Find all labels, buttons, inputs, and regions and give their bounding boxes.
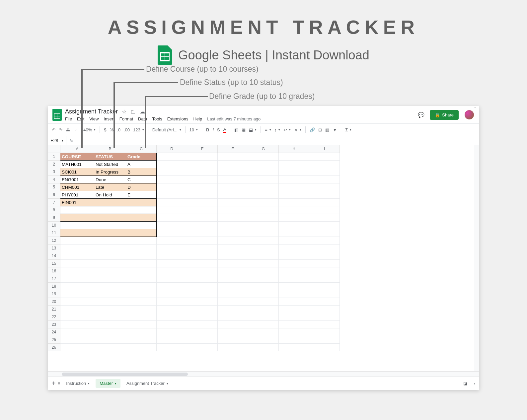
cell[interactable] [279,229,309,237]
cell[interactable] [157,153,187,161]
row-header[interactable]: 26 [48,344,60,351]
cell[interactable] [248,214,279,222]
cell[interactable] [94,199,126,206]
cell[interactable] [187,267,218,275]
cell[interactable] [218,237,248,245]
row-header[interactable]: 4 [48,176,60,183]
cell[interactable] [60,313,94,321]
cell[interactable] [279,260,309,267]
cell[interactable] [248,313,279,321]
cell[interactable] [60,214,94,222]
tab-master[interactable]: Master▾ [96,379,120,388]
cell[interactable] [309,290,340,298]
filter-icon[interactable]: ▼ [333,127,337,132]
wrap-icon[interactable]: ↩ [283,127,291,132]
cell[interactable] [126,245,157,252]
cell[interactable] [218,153,248,161]
cell[interactable] [187,252,218,260]
col-header[interactable]: A [60,145,94,153]
cell[interactable] [279,183,309,191]
menu-file[interactable]: File [65,116,72,121]
col-header[interactable]: D [157,145,187,153]
cell[interactable]: PHY001 [60,191,94,199]
menu-insert[interactable]: Insert [104,116,114,121]
cell[interactable] [126,252,157,260]
rotate-icon[interactable]: ⤭ [294,127,301,132]
menu-tools[interactable]: Tools [152,116,162,121]
cell[interactable] [187,191,218,199]
corner-cell[interactable] [48,145,60,153]
cell[interactable] [279,161,309,168]
row-header[interactable]: 15 [48,260,60,267]
cell[interactable] [94,290,126,298]
cell[interactable] [279,321,309,328]
cell[interactable] [309,321,340,328]
menu-view[interactable]: View [89,116,99,121]
cell[interactable] [309,260,340,267]
cell[interactable] [126,237,157,245]
dec-inc-icon[interactable]: .00 [124,127,130,132]
cell[interactable] [126,214,157,222]
col-header[interactable]: E [187,145,218,153]
cell[interactable] [60,245,94,252]
cell[interactable] [218,328,248,336]
cell[interactable] [279,283,309,290]
cell[interactable] [279,306,309,313]
cell[interactable] [60,328,94,336]
cell[interactable] [248,161,279,168]
cell[interactable] [248,252,279,260]
menu-help[interactable]: Help [193,116,202,121]
cell[interactable] [309,183,340,191]
cell[interactable] [94,321,126,328]
chart-icon[interactable]: ▥ [325,127,329,132]
row-header[interactable]: 6 [48,191,60,199]
cell[interactable] [248,168,279,176]
cell[interactable] [248,199,279,206]
cell[interactable] [309,153,340,161]
cell[interactable] [126,298,157,306]
cell[interactable] [126,283,157,290]
cell[interactable] [157,344,187,351]
cell[interactable]: Done [94,176,126,183]
cell[interactable] [60,222,94,229]
cell[interactable] [157,222,187,229]
cell[interactable]: In Progress [94,168,126,176]
cell[interactable] [309,328,340,336]
cell[interactable]: Grade [126,153,157,161]
cell[interactable]: FIN001 [60,199,94,206]
cell[interactable] [94,245,126,252]
font-select[interactable]: Default (Ari... [152,127,181,132]
cell[interactable] [60,283,94,290]
cell[interactable] [126,306,157,313]
cell[interactable] [60,344,94,351]
cell[interactable] [248,306,279,313]
cell[interactable]: Not Started [94,161,126,168]
cell[interactable] [279,206,309,214]
row-header[interactable]: 25 [48,336,60,344]
cell[interactable] [187,214,218,222]
textcolor-icon[interactable]: A [223,127,226,133]
cell[interactable] [157,336,187,344]
halign-icon[interactable]: ≡ [265,127,271,132]
cell[interactable] [248,283,279,290]
cell[interactable] [157,237,187,245]
currency-icon[interactable]: $ [104,127,106,132]
cell[interactable] [309,298,340,306]
row-header[interactable]: 14 [48,252,60,260]
cell[interactable] [94,313,126,321]
cell[interactable] [248,298,279,306]
cell[interactable] [187,237,218,245]
cell[interactable] [218,214,248,222]
cell[interactable] [187,290,218,298]
move-icon[interactable]: 🗀 [130,109,136,115]
cell[interactable]: ENG001 [60,176,94,183]
cell[interactable]: Late [94,183,126,191]
cell[interactable] [157,183,187,191]
cell[interactable] [60,321,94,328]
cell[interactable] [309,336,340,344]
format-select[interactable]: 123 [133,127,144,132]
cell[interactable] [187,199,218,206]
cell[interactable] [187,321,218,328]
all-sheets-icon[interactable]: ≡ [58,381,60,386]
cell[interactable] [218,183,248,191]
